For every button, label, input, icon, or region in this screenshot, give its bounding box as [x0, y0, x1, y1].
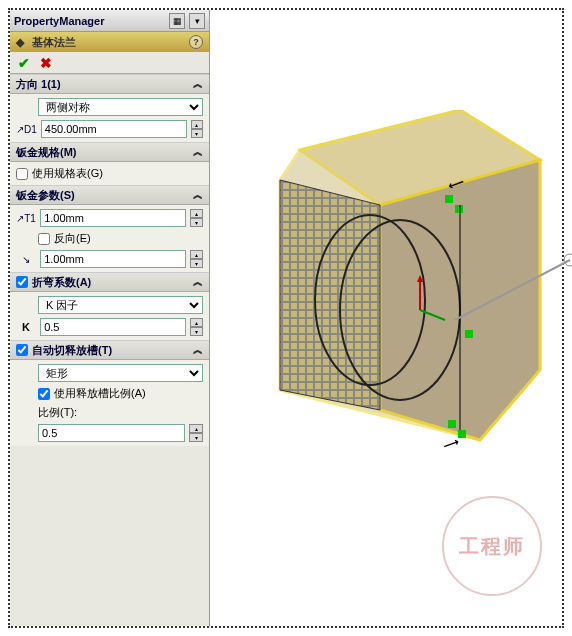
base-flange-icon: ◆ — [16, 36, 24, 49]
bend-allowance-checkbox[interactable] — [16, 276, 28, 288]
k-label: K — [16, 321, 36, 333]
k-spinner[interactable]: ▴▾ — [190, 318, 203, 336]
reverse-checkbox[interactable] — [38, 233, 50, 245]
watermark: 工程师 — [442, 496, 542, 596]
thickness-spinner[interactable]: ▴▾ — [190, 209, 203, 227]
pm-title: PropertyManager — [14, 15, 165, 27]
radius-icon: ↘ — [16, 254, 36, 265]
help-icon[interactable]: ? — [189, 35, 203, 49]
header-btn-2[interactable]: ▾ — [189, 13, 205, 29]
chevron-up-icon: ︽ — [193, 188, 203, 202]
section-direction[interactable]: 方向 1(1)︽ — [10, 74, 209, 94]
use-gauge-table-checkbox[interactable] — [16, 168, 28, 180]
property-manager-panel: PropertyManager ▦ ▾ ◆ 基体法兰 ? ✔ ✖ 方向 1(1)… — [10, 10, 210, 626]
section-bend[interactable]: 折弯系数(A) ︽ — [10, 272, 209, 292]
depth-input[interactable] — [41, 120, 187, 138]
pm-header: PropertyManager ▦ ▾ — [10, 10, 209, 32]
chevron-up-icon: ︽ — [193, 77, 203, 91]
auto-relief-checkbox[interactable] — [16, 344, 28, 356]
feature-title-bar: ◆ 基体法兰 ? — [10, 32, 209, 52]
ok-button[interactable]: ✔ — [18, 55, 30, 71]
k-factor-input[interactable] — [40, 318, 186, 336]
svg-rect-13 — [465, 330, 473, 338]
svg-rect-12 — [455, 205, 463, 213]
header-btn-1[interactable]: ▦ — [169, 13, 185, 29]
svg-rect-15 — [458, 430, 466, 438]
svg-rect-14 — [448, 420, 456, 428]
section-relief[interactable]: 自动切释放槽(T) ︽ — [10, 340, 209, 360]
bend-type-select[interactable]: K 因子 — [38, 296, 203, 314]
cancel-button[interactable]: ✖ — [40, 55, 52, 71]
radius-spinner[interactable]: ▴▾ — [190, 250, 203, 268]
chevron-up-icon: ︽ — [193, 275, 203, 289]
confirm-bar: ✔ ✖ — [10, 52, 209, 74]
depth-spinner[interactable]: ▴▾ — [191, 120, 203, 138]
chevron-up-icon: ︽ — [193, 145, 203, 159]
ratio-spinner[interactable]: ▴▾ — [189, 424, 203, 442]
svg-text:⟶: ⟶ — [442, 435, 461, 452]
use-relief-ratio-checkbox[interactable] — [38, 388, 50, 400]
section-gauge[interactable]: 钣金规格(M)︽ — [10, 142, 209, 162]
ratio-label: 比例(T): — [38, 405, 203, 420]
section-params[interactable]: 钣金参数(S)︽ — [10, 185, 209, 205]
chevron-up-icon: ︽ — [193, 343, 203, 357]
depth-icon: ↗D1 — [16, 124, 37, 135]
relief-type-select[interactable]: 矩形 — [38, 364, 203, 382]
relief-ratio-input[interactable] — [38, 424, 185, 442]
svg-rect-11 — [445, 195, 453, 203]
end-condition-select[interactable]: 两侧对称 — [38, 98, 203, 116]
feature-name: 基体法兰 — [32, 35, 76, 50]
thickness-icon: ↗T1 — [16, 213, 36, 224]
model-render: ⟵ ⟶ — [250, 110, 572, 490]
radius-input[interactable] — [40, 250, 186, 268]
graphics-viewport[interactable]: ⟵ ⟶ 工程师 — [210, 10, 562, 626]
thickness-input[interactable] — [40, 209, 186, 227]
